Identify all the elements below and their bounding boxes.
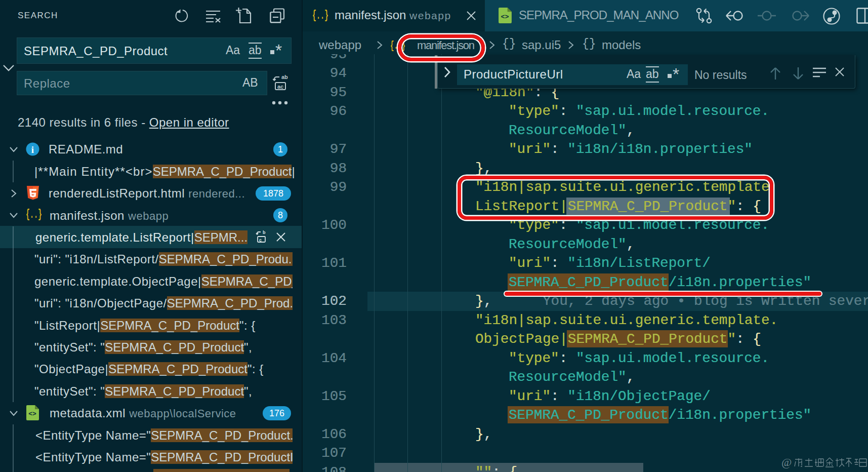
svg-text:<>: <> [28, 410, 36, 418]
svg-text:b: b [263, 230, 266, 235]
svg-text:<>: <> [501, 13, 509, 21]
svg-text:ab: ab [281, 74, 288, 80]
svg-text:ac: ac [277, 84, 283, 90]
svg-text:{..}: {..} [312, 9, 328, 22]
svg-text:i: i [31, 144, 34, 154]
svg-text:@: @ [781, 456, 792, 468]
svg-text:{..}: {..} [26, 208, 42, 221]
svg-text:c: c [259, 237, 262, 242]
